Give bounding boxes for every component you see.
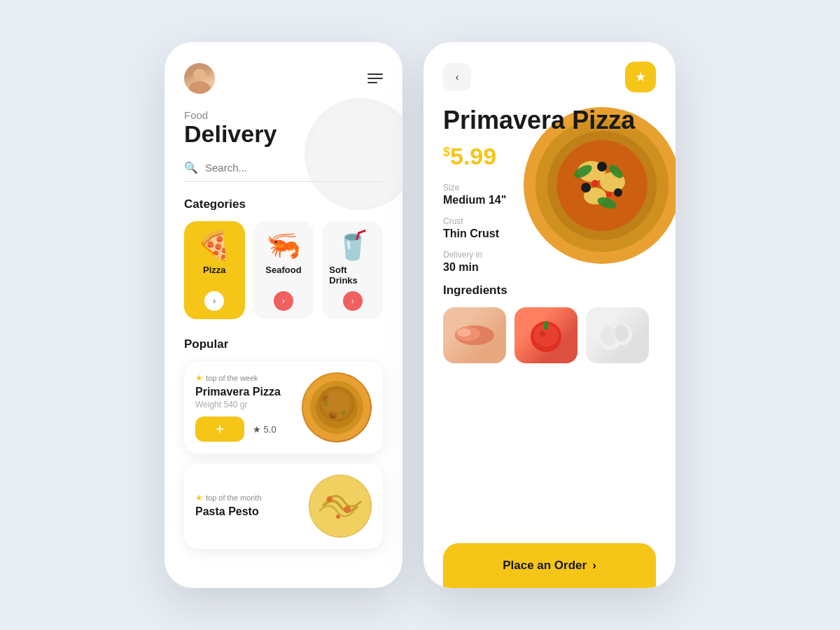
order-arrow: › [592, 559, 596, 573]
star-icon-2: ★ [195, 493, 203, 503]
svg-point-2 [316, 386, 358, 428]
svg-point-7 [334, 406, 346, 416]
pizza-arrow[interactable]: › [204, 291, 224, 311]
hamburger-menu[interactable] [368, 74, 383, 83]
svg-point-3 [323, 396, 330, 402]
order-label: Place an Order [503, 559, 587, 573]
title-subtitle: Food [184, 109, 383, 121]
category-drinks[interactable]: 🥤 Soft Drinks › [322, 221, 383, 319]
order-button[interactable]: Place an Order › [443, 543, 656, 588]
crust-value: Thin Crust [443, 227, 656, 240]
popular-item-1-info: ★ top of the week Primavera Pizza Weight… [195, 373, 295, 442]
popular-name-2: Pasta Pesto [195, 505, 302, 518]
popular-title: Popular [184, 337, 383, 351]
popular-item-2-info: ★ top of the month Pasta Pesto [195, 493, 302, 519]
ingredients-list [443, 307, 656, 363]
popular-badge-2: ★ top of the month [195, 493, 302, 503]
delivery-detail: Delivery in 30 min [443, 250, 656, 274]
seafood-icon: 🦐 [266, 231, 301, 259]
pizza-image-1 [302, 372, 372, 442]
svg-point-4 [340, 399, 345, 405]
currency-symbol: $ [443, 144, 450, 158]
tomato-icon [525, 314, 567, 356]
popular-badge-1: ★ top of the week [195, 373, 295, 383]
delivery-label: Delivery in [443, 250, 656, 260]
size-detail: Size Medium 14" [443, 183, 656, 206]
svg-point-29 [457, 328, 471, 337]
ingredient-tomato[interactable] [514, 307, 578, 363]
ingredients-section: Ingredients [443, 284, 656, 363]
category-seafood[interactable]: 🦐 Seafood › [253, 221, 314, 319]
seafood-label: Seafood [265, 265, 301, 275]
popular-item-1: ★ top of the week Primavera Pizza Weight… [184, 361, 383, 454]
ingredient-mozzarella[interactable] [586, 307, 649, 363]
categories-list: 🍕 Pizza › 🦐 Seafood › 🥤 Soft Drinks › [184, 221, 383, 319]
pizza-details-section: Size Medium 14" Crust Thin Crust Deliver… [443, 183, 656, 543]
title-main: Delivery [184, 121, 383, 147]
ingredient-meat[interactable] [443, 307, 506, 363]
popular-item-2: ★ top of the month Pasta Pesto [184, 463, 383, 549]
size-label: Size [443, 183, 656, 192]
drinks-arrow[interactable]: › [343, 291, 363, 311]
svg-rect-32 [544, 321, 548, 330]
svg-point-9 [327, 496, 332, 502]
search-bar[interactable]: 🔍 [184, 161, 383, 182]
category-pizza[interactable]: 🍕 Pizza › [184, 221, 245, 319]
popular-weight-1: Weight 540 gr [195, 400, 295, 410]
pizza-detail-info: Primavera Pizza $5.99 [443, 106, 656, 183]
back-button[interactable]: ‹ [443, 63, 471, 91]
pasta-image [309, 475, 372, 538]
svg-point-11 [336, 514, 340, 519]
title-section: Food Delivery [184, 109, 383, 147]
drinks-icon: 🥤 [335, 231, 370, 259]
crust-label: Crust [443, 216, 656, 226]
svg-point-33 [540, 331, 545, 337]
phone-header [184, 63, 383, 94]
crust-detail: Crust Thin Crust [443, 216, 656, 240]
search-input[interactable] [205, 162, 383, 174]
ingredients-title: Ingredients [443, 284, 656, 298]
search-icon: 🔍 [184, 161, 198, 174]
rating-1: ★ 5.0 [253, 424, 276, 435]
favorite-button[interactable]: ★ [625, 62, 656, 92]
pizza-label: Pizza [203, 265, 226, 275]
pizza-detail-title: Primavera Pizza [443, 106, 656, 134]
price-value: 5.99 [450, 143, 496, 169]
svg-point-6 [323, 399, 336, 408]
left-phone: Food Delivery 🔍 Categories 🍕 Pizza › 🦐 S… [164, 42, 402, 588]
pizza-icon: 🍕 [197, 231, 232, 259]
drinks-label: Soft Drinks [329, 265, 376, 286]
popular-name-1: Primavera Pizza [195, 386, 295, 398]
size-value: Medium 14" [443, 194, 656, 206]
mozzarella-icon [596, 318, 638, 353]
star-icon-1: ★ [195, 373, 203, 383]
seafood-arrow[interactable]: › [274, 291, 293, 311]
pizza-detail-price: $5.99 [443, 143, 656, 170]
popular-actions-1: + ★ 5.0 [195, 416, 295, 442]
svg-point-10 [344, 506, 351, 513]
meat-icon [454, 321, 496, 349]
avatar[interactable] [184, 63, 215, 94]
svg-point-5 [329, 410, 337, 419]
add-button-1[interactable]: + [195, 416, 244, 442]
delivery-value: 30 min [443, 261, 656, 274]
svg-point-37 [615, 325, 629, 342]
right-phone: ‹ ★ [424, 42, 676, 588]
detail-header: ‹ ★ [443, 62, 656, 92]
